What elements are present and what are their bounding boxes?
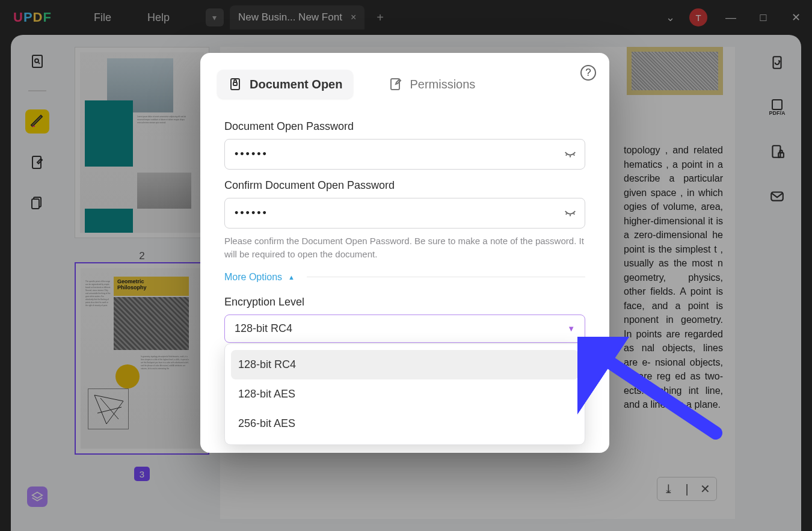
svg-rect-11: [233, 82, 237, 85]
encryption-value: 128-bit RC4: [235, 322, 292, 335]
more-options-toggle[interactable]: More Options ▲: [224, 272, 585, 283]
password-modal: ? Document Open Permissions Document Ope…: [200, 53, 609, 453]
tab-document-open-label: Document Open: [250, 78, 342, 91]
password-label: Document Open Password: [224, 120, 585, 133]
encryption-select[interactable]: 128-bit RC4 ▼: [224, 315, 585, 343]
toggle-visibility-icon[interactable]: [564, 147, 577, 162]
modal-body: Document Open Password Confirm Document …: [200, 99, 609, 348]
tab-permissions[interactable]: Permissions: [377, 70, 486, 99]
encryption-label: Encryption Level: [224, 296, 585, 308]
encryption-dropdown: 128-bit RC4 128-bit AES 256-bit AES: [224, 343, 585, 445]
dropdown-option-rc4[interactable]: 128-bit RC4: [231, 350, 579, 379]
toggle-visibility-icon[interactable]: [564, 206, 577, 221]
confirm-password-label: Confirm Document Open Password: [224, 179, 585, 192]
chevron-up-icon: ▲: [288, 274, 295, 281]
help-icon[interactable]: ?: [580, 65, 596, 81]
tab-permissions-label: Permissions: [410, 78, 475, 91]
dropdown-option-aes128[interactable]: 128-bit AES: [231, 379, 579, 409]
dropdown-option-aes256[interactable]: 256-bit AES: [231, 409, 579, 438]
divider: [307, 277, 585, 277]
chevron-down-icon: ▼: [567, 324, 575, 333]
help-text: Please confirm the Document Open Passwor…: [224, 235, 585, 261]
modal-tabs: Document Open Permissions: [200, 53, 609, 99]
password-input[interactable]: [224, 139, 585, 170]
confirm-password-input[interactable]: [224, 198, 585, 229]
tab-document-open[interactable]: Document Open: [217, 70, 353, 99]
